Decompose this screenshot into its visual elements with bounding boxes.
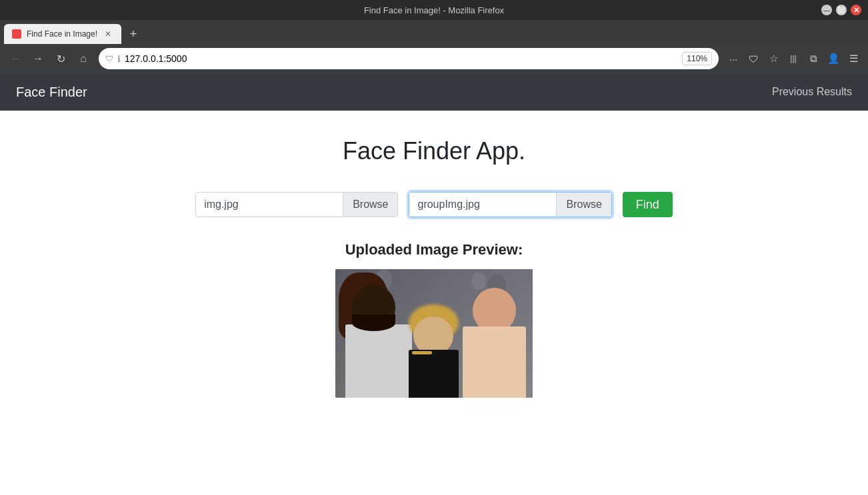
tab-close-button[interactable]: ✕ — [103, 29, 113, 39]
person2 — [405, 304, 462, 398]
tab-label: Find Face in Image! — [27, 29, 97, 39]
bookmarks-sidebar-button[interactable]: ||| — [784, 49, 803, 68]
app-navbar: Face Finder Previous Results — [0, 73, 868, 111]
url-input[interactable] — [125, 53, 675, 64]
more-button[interactable]: ··· — [724, 49, 743, 68]
find-button[interactable]: Find — [623, 192, 673, 217]
file-browse-2-button[interactable]: Browse — [556, 193, 611, 217]
account-icon: 👤 — [827, 53, 840, 65]
zoom-level: 110% — [682, 52, 712, 65]
account-button[interactable]: 👤 — [824, 49, 843, 68]
home-button[interactable]: ⌂ — [73, 49, 93, 69]
bookmark-button[interactable]: ☆ — [764, 49, 783, 68]
close-button[interactable]: ✕ — [851, 5, 861, 15]
app-content: Face Finder Previous Results Face Finder… — [0, 73, 868, 495]
security-icon: 🛡 — [105, 54, 113, 63]
bookmarks-icon: ||| — [790, 54, 796, 63]
window-title: Find Face in Image! - Mozilla Firefox — [364, 5, 504, 15]
nav-bar: ← → ↻ ⌂ 🛡 ℹ 110% ··· 🛡 ☆ — [0, 44, 868, 73]
person1-beard — [352, 314, 395, 331]
reload-button[interactable]: ↻ — [51, 49, 71, 69]
person2-outfit-detail — [412, 351, 432, 354]
star-icon: ☆ — [769, 53, 778, 65]
shield-button[interactable]: 🛡 — [744, 49, 763, 68]
photo-background — [335, 269, 533, 398]
synced-tabs-button[interactable]: ⧉ — [804, 49, 823, 68]
file-input-1-group: img.jpg Browse — [195, 192, 398, 217]
upload-row: img.jpg Browse groupImg.jpg Browse Find — [195, 192, 673, 217]
person3 — [463, 281, 526, 398]
menu-icon: ☰ — [849, 53, 858, 65]
shield-icon: 🛡 — [749, 53, 759, 65]
active-tab[interactable]: Find Face in Image! ✕ — [4, 24, 121, 44]
page-title: Face Finder App. — [343, 137, 525, 165]
tab-favicon — [12, 29, 21, 39]
preview-section: Uploaded Image Preview: — [335, 241, 533, 398]
person1 — [345, 281, 412, 398]
tabs-icon: ⧉ — [810, 53, 817, 65]
menu-button[interactable]: ☰ — [844, 49, 863, 68]
forward-button[interactable]: → — [28, 49, 48, 69]
info-icon: ℹ — [117, 54, 121, 64]
minimize-button[interactable]: — — [821, 5, 832, 15]
more-icon: ··· — [729, 53, 738, 65]
nav-right-buttons: ··· 🛡 ☆ ||| ⧉ 👤 ☰ — [724, 49, 863, 68]
forward-icon: → — [33, 53, 43, 65]
preview-image — [335, 269, 533, 398]
file-input-2-group: groupImg.jpg Browse — [409, 192, 611, 217]
tab-bar: Find Face in Image! ✕ + — [0, 20, 868, 44]
address-bar-container: 🛡 ℹ 110% — [99, 48, 719, 69]
app-brand: Face Finder — [16, 85, 87, 100]
reload-icon: ↻ — [57, 53, 65, 65]
preview-title: Uploaded Image Preview: — [345, 241, 523, 258]
back-button[interactable]: ← — [5, 49, 25, 69]
file-input-1-value: img.jpg — [196, 193, 343, 217]
window-controls: — ⬜ ✕ — [821, 5, 861, 15]
file-browse-1-button[interactable]: Browse — [343, 193, 397, 217]
person1-body — [345, 324, 412, 398]
file-input-2-value: groupImg.jpg — [409, 193, 556, 217]
home-icon: ⌂ — [80, 53, 87, 65]
person3-body — [463, 326, 526, 398]
back-icon: ← — [10, 53, 21, 65]
person2-body — [409, 350, 459, 398]
previous-results-link[interactable]: Previous Results — [772, 86, 852, 98]
title-bar: Find Face in Image! - Mozilla Firefox — … — [0, 0, 868, 20]
app-main: Face Finder App. img.jpg Browse groupImg… — [0, 111, 868, 495]
maximize-button[interactable]: ⬜ — [836, 5, 847, 15]
new-tab-button[interactable]: + — [124, 25, 143, 43]
